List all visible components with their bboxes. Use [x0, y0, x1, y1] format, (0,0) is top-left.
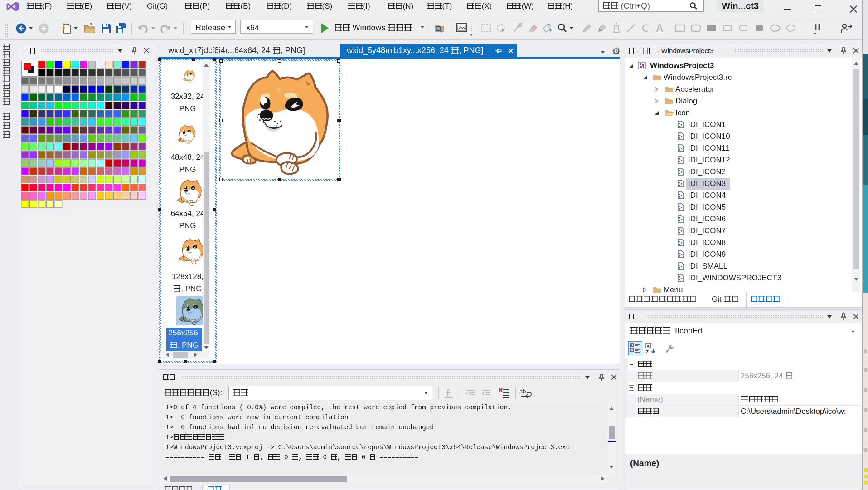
svg-text:ab: ab: [519, 388, 526, 395]
svg-text:A: A: [647, 344, 650, 348]
svg-text:Z: Z: [646, 349, 649, 354]
